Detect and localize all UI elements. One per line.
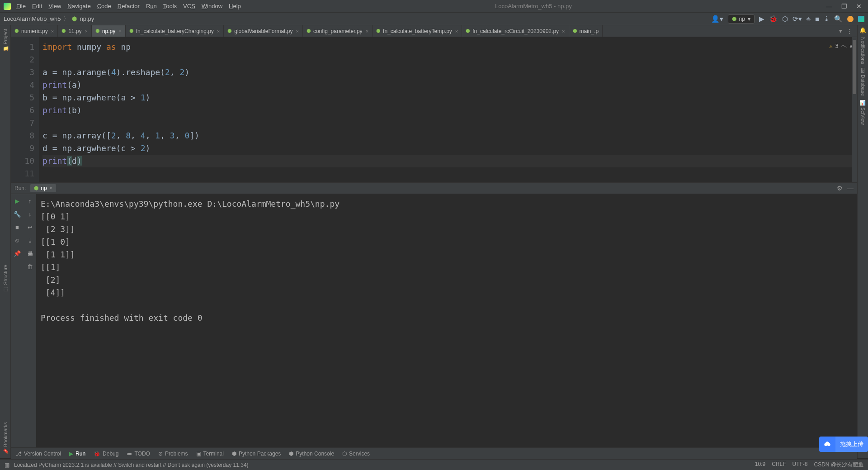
editor-scrollbar[interactable] (852, 37, 857, 182)
soft-wrap-icon[interactable]: ↩ (28, 224, 33, 231)
tool-problems[interactable]: ⊘ Problems (158, 451, 188, 457)
tab-rc-circuit[interactable]: ⬢fn_calculate_rcCircuit_20230902.py× (462, 25, 569, 37)
console-output[interactable]: E:\Anaconda3\envs\py39\python.exe D:\Loc… (36, 194, 857, 447)
menu-tools[interactable]: Tools (163, 3, 177, 9)
menu-edit[interactable]: Edit (32, 3, 42, 9)
tab-np[interactable]: ⬢np.py× (92, 25, 126, 37)
run-tab[interactable]: ⬢ np × (30, 184, 56, 192)
maximize-button[interactable]: ❐ (841, 3, 847, 10)
menu-navigate[interactable]: Navigate (67, 3, 90, 9)
stop-button[interactable]: ■ (815, 15, 819, 23)
ide-feature-icon[interactable] (858, 16, 864, 22)
trash-icon[interactable]: 🗑 (27, 263, 33, 270)
tool-notifications[interactable]: Notifications (860, 37, 866, 64)
line-separator[interactable]: CRLF (772, 461, 786, 469)
warning-icon[interactable]: ⚠ (829, 40, 832, 52)
close-icon[interactable]: × (296, 28, 298, 34)
encoding[interactable]: UTF-8 (792, 461, 807, 469)
menu-window[interactable]: Window (202, 3, 222, 9)
print-icon[interactable]: 🖶 (27, 250, 33, 257)
menu-file[interactable]: File (16, 3, 26, 9)
tool-sciview[interactable]: 📊 SciView (860, 100, 866, 125)
close-icon[interactable]: × (455, 28, 458, 34)
tool-python-console[interactable]: ⬢ Python Console (289, 451, 334, 457)
tabs-overflow: ▾ ⋮ (835, 25, 857, 37)
tab-main[interactable]: ⬢main_.p (569, 25, 603, 37)
tool-project[interactable]: 📁 Project (2, 29, 8, 52)
down-arrow-icon[interactable]: ↓ (28, 211, 32, 218)
watermark: CSDN @长沙有肥鱼 (814, 461, 863, 469)
close-icon[interactable]: × (49, 185, 52, 191)
code-content[interactable]: import numpy as np a = np.arange(4).resh… (39, 37, 857, 182)
code-editor[interactable]: 123 456 789 1011 import numpy as np a = … (11, 37, 857, 182)
tool-run[interactable]: ▶ Run (69, 451, 85, 457)
breadcrumb-project[interactable]: LocoAlarmMetro_wh5 (4, 15, 61, 22)
close-icon[interactable]: × (118, 28, 121, 34)
upload-float[interactable]: 拖拽上传 (819, 437, 868, 452)
status-icon[interactable]: ▥ (5, 462, 9, 468)
tab-11[interactable]: ⬢11.py× (58, 25, 92, 37)
close-icon[interactable]: × (366, 28, 368, 34)
run-config-selector[interactable]: ⬢ np ▾ (728, 14, 755, 24)
menu-run[interactable]: Run (146, 3, 157, 9)
tab-battery-charging[interactable]: ⬢fn_calculate_batteryCharging.py× (126, 25, 224, 37)
notifications-icon[interactable]: 🔔 (859, 27, 866, 33)
expand-up-icon[interactable]: ヘ (841, 40, 847, 52)
python-file-icon: ⬢ (376, 28, 381, 34)
tool-services[interactable]: ⬡ Services (342, 451, 370, 457)
close-icon[interactable]: × (217, 28, 220, 34)
menu-help[interactable]: Help (229, 3, 241, 9)
tool-terminal[interactable]: ▣ Terminal (196, 451, 224, 457)
attach-button[interactable]: ⎆ (807, 15, 811, 23)
tab-battery-temp[interactable]: ⬢fn_calculate_batteryTemp.py× (373, 25, 462, 37)
tool-version-control[interactable]: ⎇ Version Control (15, 451, 61, 457)
python-file-icon: ⬢ (72, 15, 77, 22)
tab-numeric[interactable]: ⬢numeric.py× (11, 25, 58, 37)
menu-view[interactable]: View (48, 3, 61, 9)
minimize-button[interactable]: — (826, 3, 832, 10)
bottom-tool-bar: ⎇ Version Control ▶ Run 🐞 Debug ≔ TODO ⊘… (11, 447, 857, 459)
gear-icon[interactable]: ⚙ (837, 185, 843, 192)
close-icon[interactable]: × (85, 28, 87, 34)
ide-update-indicator[interactable] (847, 16, 854, 22)
add-user-icon[interactable]: 👤▾ (711, 15, 723, 23)
debug-button[interactable]: 🐞 (769, 15, 778, 23)
status-message[interactable]: Localized PyCharm 2023.2.1 is available … (14, 462, 750, 468)
window-controls: — ❐ ✕ (826, 3, 864, 10)
rerun-button[interactable]: ▶ (15, 198, 19, 204)
tool-debug[interactable]: 🐞 Debug (94, 451, 118, 457)
scroll-end-icon[interactable]: ⤓ (28, 237, 33, 244)
hide-icon[interactable]: — (847, 185, 854, 192)
python-file-icon: ⬢ (129, 28, 134, 34)
menu-code[interactable]: Code (97, 3, 111, 9)
main-menu: File Edit View Navigate Code Refactor Ru… (16, 3, 241, 9)
tool-bookmarks[interactable]: 🔖 Bookmarks (2, 422, 8, 455)
menu-vcs[interactable]: VCS (183, 3, 195, 9)
breadcrumb-file[interactable]: np.py (80, 15, 94, 22)
stop-button[interactable]: ■ (15, 224, 19, 231)
scrollbar-thumb[interactable] (853, 40, 856, 94)
cursor-position[interactable]: 10:9 (755, 461, 765, 469)
close-button[interactable]: ✕ (856, 3, 862, 10)
menu-refactor[interactable]: Refactor (118, 3, 140, 9)
title-bar: File Edit View Navigate Code Refactor Ru… (0, 0, 868, 13)
tabs-more[interactable]: ⋮ (847, 28, 853, 34)
tab-config-parameter[interactable]: ⬢config_parameter.py× (303, 25, 373, 37)
close-icon[interactable]: × (562, 28, 565, 34)
exit-button[interactable]: ⎋ (15, 237, 19, 244)
up-arrow-icon[interactable]: ↑ (28, 198, 32, 204)
tool-todo[interactable]: ≔ TODO (127, 451, 150, 457)
tool-structure[interactable]: ⬚ Structure (2, 265, 8, 293)
run-button[interactable]: ▶ (759, 15, 764, 23)
git-pull-icon[interactable]: ⇣ (824, 15, 830, 23)
tool-python-packages[interactable]: ⬢ Python Packages (232, 451, 281, 457)
run-coverage-button[interactable]: ⬡ (782, 15, 788, 23)
pin-button[interactable]: 📌 (14, 250, 21, 257)
tabs-dropdown[interactable]: ▾ (839, 28, 842, 34)
tool-database[interactable]: 🗄 Database (860, 68, 866, 96)
search-everywhere-button[interactable]: 🔍 (834, 15, 843, 23)
profile-button[interactable]: ⟳▾ (793, 15, 802, 23)
tab-global-variable[interactable]: ⬢globalVariableFormat.py× (224, 25, 303, 37)
wrench-icon[interactable]: 🔧 (14, 211, 21, 218)
close-icon[interactable]: × (51, 28, 54, 34)
